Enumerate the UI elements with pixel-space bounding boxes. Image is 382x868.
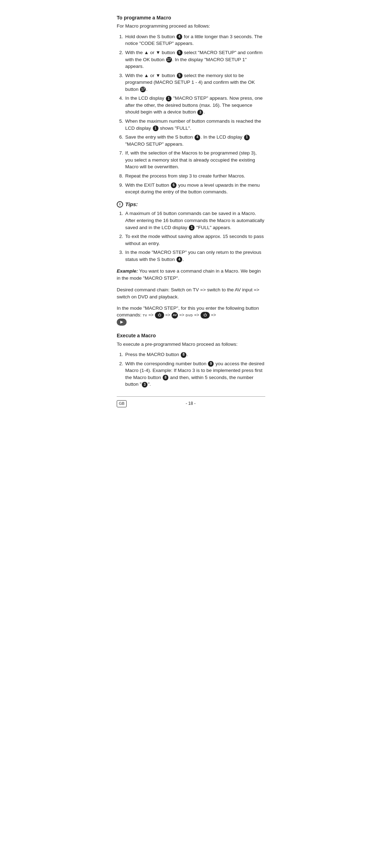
badge-ok17-1: 17 [166, 57, 172, 63]
power-pill-2: ⏻ [201, 312, 210, 319]
execute-macro-title: Execute a Macro [117, 332, 265, 339]
page-content: To programme a Macro For Macro programmi… [117, 14, 265, 407]
step-8: Repeat the process from step 3 to create… [125, 173, 265, 180]
page-number: - 18 - [186, 401, 196, 407]
execute-macro-intro: To execute a pre-programmed Macro procee… [117, 341, 265, 348]
programme-macro-intro: For Macro programming proceed as follows… [117, 23, 265, 30]
tips-title: Tips: [125, 200, 138, 208]
tips-header: i Tips: [117, 200, 265, 208]
power-pill-1: ⏻ [155, 312, 164, 319]
footer: GB - 18 - [117, 400, 265, 407]
badge-s4: 4 [176, 34, 182, 40]
footer-divider [117, 396, 265, 397]
execute-macro-steps: Press the MACRO button 8. With the corre… [117, 351, 265, 388]
desired-chain: Desired command chain: Switch on TV => s… [117, 286, 265, 300]
exec-step-1: Press the MACRO button 8. [125, 351, 265, 358]
badge-s4-2: 4 [195, 135, 200, 140]
badge-macro8: 8 [181, 352, 186, 358]
step-2: With the ▲ or ▼ button 5 select "MACRO S… [125, 49, 265, 70]
arrow-up-1: ▲ [144, 50, 149, 55]
badge-lcd1-tip1: 1 [189, 225, 195, 231]
button-commands-block: In the mode "MACRO STEP", for this you e… [117, 305, 265, 326]
badge-ok17-2: 17 [140, 87, 146, 92]
step-5: When the maximum number of button comman… [125, 118, 265, 132]
arrow-1: => [149, 313, 154, 318]
badge-lcd1-2: 1 [153, 126, 158, 131]
programme-macro-steps: Hold down the S button 4 for a little lo… [117, 33, 265, 196]
badge-num9: 9 [208, 361, 214, 367]
tips-section: i Tips: A maximum of 16 button commands … [117, 200, 265, 263]
step-7: If, with the selection of the Macros to … [125, 150, 265, 170]
arrow-4: => [194, 313, 199, 318]
execute-macro-section: Execute a Macro To execute a pre-program… [117, 332, 265, 388]
dvd-label: DVD [186, 314, 193, 317]
badge-arrow5-1: 5 [177, 50, 183, 56]
badge-exit6: 6 [171, 182, 176, 188]
exec-step-2: With the corresponding number button 9 y… [125, 360, 265, 388]
tip-2: To exit the mode without saving allow ap… [125, 233, 265, 247]
badge-macro8-2: 8 [163, 375, 168, 380]
programme-macro-title: To programme a Macro [117, 14, 265, 21]
step-3: With the ▲ or ▼ button 5 select the memo… [125, 72, 265, 93]
play-pill: ▶ [117, 319, 127, 326]
arrow-down-2: ▼ [156, 73, 160, 78]
programme-macro-section: To programme a Macro For Macro programmi… [117, 14, 265, 196]
gb-badge: GB [117, 400, 127, 407]
tv-label: TV [143, 314, 147, 317]
arrow-down-1: ▼ [156, 50, 160, 55]
badge-s4-tip3: 4 [176, 257, 182, 262]
tip-3: In the mode "MACRO STEP" you can only re… [125, 249, 265, 263]
example-block: Example: You want to save a command chai… [117, 268, 265, 281]
chain-description: Desired command chain: Switch on TV => s… [117, 286, 265, 300]
tips-list: A maximum of 16 button commands can be s… [117, 210, 265, 263]
badge-arrow5-2: 5 [177, 73, 183, 78]
info-icon: i [117, 201, 123, 208]
step-6: Save the entry with the S button 4. In t… [125, 134, 265, 147]
button-commands-intro: In the mode "MACRO STEP", for this you e… [117, 305, 265, 326]
example-label: Example: [117, 268, 138, 274]
badge-device3: 3 [197, 110, 203, 115]
step-1: Hold down the S button 4 for a little lo… [125, 33, 265, 47]
badge-lcd1-1: 1 [166, 96, 172, 101]
step-4: In the LCD display 1 "MACRO STEP" appear… [125, 95, 265, 116]
badge-lcd1-3: 1 [244, 135, 250, 140]
av-badge: AV [172, 312, 178, 319]
arrow-3: => [179, 313, 184, 318]
step-9: With the EXIT button 6 you move a level … [125, 182, 265, 196]
badge-num3: 3 [142, 382, 147, 388]
arrow-5: => [211, 313, 216, 318]
tip-1: A maximum of 16 button commands can be s… [125, 210, 265, 231]
arrow-2: => [165, 313, 170, 318]
arrow-up-2: ▲ [144, 73, 149, 78]
example-text1: Example: You want to save a command chai… [117, 268, 265, 281]
